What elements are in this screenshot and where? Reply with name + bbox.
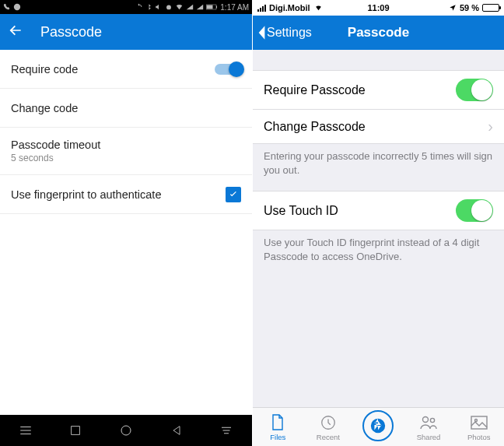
chevron-right-icon: › — [488, 118, 493, 135]
wifi-icon — [313, 4, 324, 12]
android-app-bar: Passcode — [0, 14, 252, 50]
tab-bar: Files Recent Shared Photos — [253, 407, 504, 446]
file-icon — [271, 414, 285, 431]
tab-photos[interactable]: Photos — [453, 408, 504, 446]
android-status-bar: 1:17 AM — [0, 0, 252, 14]
fingerprint-row[interactable]: Use fingerprint to authenticate — [0, 175, 252, 214]
tab-camera[interactable] — [353, 408, 404, 446]
tab-label: Files — [270, 433, 285, 441]
svg-rect-4 — [216, 6, 217, 9]
require-code-toggle[interactable] — [215, 64, 241, 75]
svg-rect-5 — [72, 427, 80, 435]
svg-rect-10 — [471, 416, 487, 429]
back-button[interactable]: Settings — [253, 24, 312, 41]
sync-icon — [135, 3, 143, 11]
ios-nav-bar: Settings Passcode — [253, 16, 504, 50]
carrier-label: Digi.Mobil — [269, 3, 310, 12]
page-title: Passcode — [40, 24, 102, 40]
settings-body: Require Passcode Change Passcode › Enter… — [253, 50, 504, 407]
row-label: Require code — [11, 63, 78, 76]
people-icon — [419, 415, 438, 430]
svg-point-11 — [474, 419, 477, 421]
tab-label: Photos — [467, 433, 491, 441]
signal-icon — [196, 3, 204, 11]
require-passcode-row[interactable]: Require Passcode — [253, 70, 504, 110]
svg-rect-3 — [207, 5, 213, 9]
attempts-footer: Entering your passcode incorrectly 5 tim… — [253, 144, 504, 177]
battery-icon — [482, 4, 499, 12]
ios-screen: Digi.Mobil 11:09 59 % Settings Passcode … — [252, 0, 504, 446]
android-nav-bar — [0, 415, 252, 446]
status-time: 1:17 AM — [220, 3, 249, 12]
nav-menu-icon[interactable] — [19, 423, 33, 437]
clock-icon — [320, 414, 337, 431]
aperture-icon — [369, 417, 387, 434]
tab-label: Recent — [317, 433, 340, 441]
tab-files[interactable]: Files — [253, 408, 303, 446]
battery-label: 59 % — [460, 3, 479, 12]
alarm-icon — [165, 3, 173, 11]
tab-label: Shared — [417, 433, 441, 441]
svg-point-8 — [423, 416, 429, 422]
signal-icon — [186, 3, 194, 11]
touchid-footer: Use your Touch ID fingerprint instead of… — [253, 230, 504, 263]
wifi-icon — [175, 3, 184, 11]
phone-icon — [3, 3, 11, 11]
touch-id-row[interactable]: Use Touch ID — [253, 191, 504, 230]
svg-point-1 — [166, 5, 171, 10]
row-sublabel: 5 seconds — [11, 153, 100, 163]
arrow-left-icon — [8, 23, 23, 38]
tab-recent[interactable]: Recent — [303, 408, 354, 446]
row-label: Change code — [11, 102, 78, 114]
nav-recent-icon[interactable] — [69, 424, 82, 437]
tab-shared[interactable]: Shared — [404, 408, 454, 446]
photo-icon — [470, 415, 488, 430]
svg-point-0 — [14, 4, 20, 10]
chevron-left-icon — [256, 24, 267, 41]
nav-back-icon[interactable] — [170, 424, 183, 437]
ios-status-bar: Digi.Mobil 11:09 59 % — [253, 0, 504, 16]
mute-icon — [155, 3, 163, 11]
back-label: Settings — [267, 26, 312, 40]
status-time: 11:09 — [367, 3, 389, 12]
row-label: Require Passcode — [264, 83, 366, 97]
spotify-icon — [13, 3, 21, 11]
change-code-row[interactable]: Change code — [0, 89, 252, 128]
row-label: Change Passcode — [264, 120, 366, 134]
require-passcode-switch[interactable] — [456, 79, 493, 101]
passcode-timeout-row[interactable]: Passcode timeout 5 seconds — [0, 128, 252, 175]
settings-list: Require code Change code Passcode timeou… — [0, 50, 252, 415]
signal-icon — [257, 5, 266, 12]
nav-overview-icon[interactable] — [219, 423, 233, 437]
android-screen: 1:17 AM Passcode Require code Change cod… — [0, 0, 252, 446]
touch-id-switch[interactable] — [456, 199, 493, 222]
check-icon — [228, 189, 239, 200]
svg-point-9 — [430, 418, 434, 422]
require-code-row[interactable]: Require code — [0, 50, 252, 89]
location-icon — [449, 4, 457, 12]
battery-icon — [206, 3, 218, 11]
bluetooth-icon — [145, 3, 152, 11]
row-label: Use Touch ID — [264, 204, 338, 218]
page-title: Passcode — [348, 25, 409, 40]
nav-home-icon[interactable] — [119, 423, 133, 437]
row-label: Use fingerprint to authenticate — [11, 188, 161, 201]
back-button[interactable] — [8, 23, 23, 41]
row-label: Passcode timeout — [11, 139, 100, 151]
change-passcode-row[interactable]: Change Passcode › — [253, 110, 504, 144]
fingerprint-checkbox[interactable] — [226, 187, 241, 202]
svg-point-6 — [121, 426, 131, 435]
